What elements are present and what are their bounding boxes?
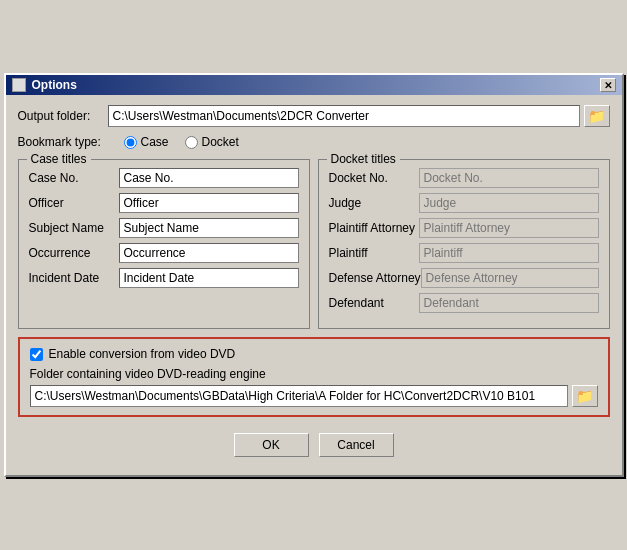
titles-panels: Case titles Case No. Officer Subject Nam… [18, 159, 610, 329]
bookmark-type-row: Bookmark type: Case Docket [18, 135, 610, 149]
ok-button[interactable]: OK [234, 433, 309, 457]
docket-field-row-0: Docket No. [329, 168, 599, 188]
case-field-row-4: Incident Date [29, 268, 299, 288]
video-checkbox-label: Enable conversion from video DVD [49, 347, 236, 361]
bookmark-case-radio[interactable] [124, 136, 137, 149]
video-folder-input-row: 📁 [30, 385, 598, 407]
dialog-content: Output folder: 📁 Bookmark type: Case Doc… [6, 95, 622, 475]
bookmark-type-label: Bookmark type: [18, 135, 108, 149]
window-title: Options [32, 78, 77, 92]
case-field-label-1: Officer [29, 196, 119, 210]
video-checkbox-row: Enable conversion from video DVD [30, 347, 598, 361]
close-button[interactable]: ✕ [600, 78, 616, 92]
titlebar: Options ✕ [6, 75, 622, 95]
docket-field-row-3: Plaintiff [329, 243, 599, 263]
case-field-input-2[interactable] [119, 218, 299, 238]
docket-field-row-5: Defendant [329, 293, 599, 313]
options-dialog: Options ✕ Output folder: 📁 Bookmark type… [4, 73, 624, 477]
case-field-input-4[interactable] [119, 268, 299, 288]
output-folder-browse-button[interactable]: 📁 [584, 105, 610, 127]
bookmark-case-option[interactable]: Case [124, 135, 169, 149]
video-folder-label: Folder containing video DVD-reading engi… [30, 367, 598, 381]
case-field-row-3: Occurrence [29, 243, 299, 263]
case-field-row-0: Case No. [29, 168, 299, 188]
bookmark-docket-radio[interactable] [185, 136, 198, 149]
docket-field-label-4: Defense Attorney [329, 271, 421, 285]
video-folder-input[interactable] [30, 385, 568, 407]
video-section: Enable conversion from video DVD Folder … [18, 337, 610, 417]
bottom-buttons: OK Cancel [18, 427, 610, 465]
case-titles-group: Case titles Case No. Officer Subject Nam… [18, 159, 310, 329]
docket-field-label-2: Plaintiff Attorney [329, 221, 419, 235]
output-folder-row: Output folder: 📁 [18, 105, 610, 127]
docket-field-label-5: Defendant [329, 296, 419, 310]
cancel-button[interactable]: Cancel [319, 433, 394, 457]
video-enable-checkbox[interactable] [30, 348, 43, 361]
docket-field-input-5 [419, 293, 599, 313]
titlebar-title: Options [12, 78, 77, 92]
case-field-label-3: Occurrence [29, 246, 119, 260]
case-titles-group-label: Case titles [27, 152, 91, 166]
case-field-label-2: Subject Name [29, 221, 119, 235]
output-folder-label: Output folder: [18, 109, 108, 123]
docket-titles-group: Docket titles Docket No. Judge Plaintiff… [318, 159, 610, 329]
case-field-row-2: Subject Name [29, 218, 299, 238]
case-field-row-1: Officer [29, 193, 299, 213]
docket-field-input-0 [419, 168, 599, 188]
case-field-label-0: Case No. [29, 171, 119, 185]
docket-field-row-2: Plaintiff Attorney [329, 218, 599, 238]
docket-field-row-1: Judge [329, 193, 599, 213]
docket-field-label-1: Judge [329, 196, 419, 210]
docket-field-input-2 [419, 218, 599, 238]
docket-field-label-3: Plaintiff [329, 246, 419, 260]
docket-field-row-4: Defense Attorney [329, 268, 599, 288]
bookmark-case-label: Case [141, 135, 169, 149]
bookmark-docket-option[interactable]: Docket [185, 135, 239, 149]
video-folder-browse-button[interactable]: 📁 [572, 385, 598, 407]
case-field-input-0[interactable] [119, 168, 299, 188]
docket-field-label-0: Docket No. [329, 171, 419, 185]
case-field-label-4: Incident Date [29, 271, 119, 285]
case-field-input-3[interactable] [119, 243, 299, 263]
docket-field-input-1 [419, 193, 599, 213]
case-field-input-1[interactable] [119, 193, 299, 213]
output-folder-input[interactable] [108, 105, 580, 127]
titlebar-icon [12, 78, 26, 92]
docket-titles-group-label: Docket titles [327, 152, 400, 166]
folder-icon: 📁 [588, 108, 605, 124]
docket-field-input-4 [421, 268, 599, 288]
docket-field-input-3 [419, 243, 599, 263]
folder-browse-icon: 📁 [576, 388, 593, 404]
bookmark-docket-label: Docket [202, 135, 239, 149]
